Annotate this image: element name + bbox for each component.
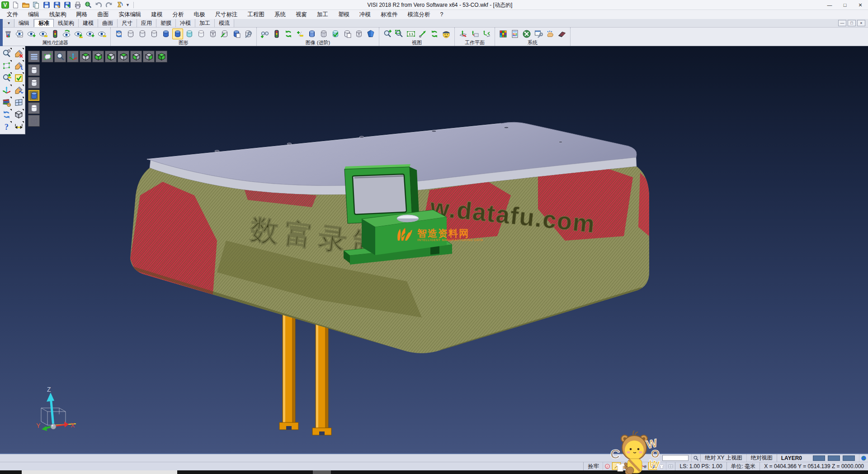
advanced-refresh-button[interactable] — [283, 28, 294, 39]
status-view-absolute[interactable]: 绝对视图 — [746, 454, 777, 462]
sketch-curve-button[interactable] — [13, 84, 24, 96]
shade-quality-button[interactable] — [365, 28, 376, 39]
show-all-button[interactable] — [85, 28, 96, 39]
mesh-options-button[interactable] — [557, 28, 567, 39]
menu-item[interactable]: 建模 — [146, 10, 168, 19]
visibility-manager-button[interactable] — [50, 28, 61, 39]
attributes-page-button[interactable] — [14, 28, 25, 39]
help-button[interactable]: ? — [0, 121, 12, 133]
view-appearance-button[interactable] — [441, 28, 452, 39]
tab[interactable]: 模流 — [215, 19, 234, 27]
view-list-button[interactable] — [28, 51, 40, 62]
taskbar-window-segment[interactable] — [22, 470, 177, 474]
menu-item[interactable]: 文件 — [2, 10, 23, 19]
view-bottom-button[interactable] — [92, 51, 104, 62]
maximize-button[interactable]: □ — [837, 0, 853, 10]
open-file-button[interactable] — [21, 0, 30, 9]
snap-options-button[interactable] — [545, 28, 556, 39]
copy-graphics-button[interactable] — [231, 28, 242, 39]
zoom-dynamic-button[interactable] — [0, 47, 12, 59]
workplane-align-button[interactable] — [481, 28, 492, 39]
window-layout-button[interactable] — [13, 96, 24, 108]
confirm-selection-button[interactable] — [13, 72, 24, 84]
view-front-button[interactable] — [105, 51, 117, 62]
mdi-minimize-button[interactable]: — — [838, 20, 846, 26]
save-file-button[interactable] — [42, 0, 51, 9]
color-palette-button[interactable] — [498, 28, 509, 39]
convert-button[interactable] — [115, 0, 124, 9]
zoom-window-button[interactable] — [394, 28, 405, 39]
menu-item[interactable]: 冲模 — [354, 10, 376, 19]
menu-item[interactable]: 视窗 — [291, 10, 312, 19]
tab[interactable]: 冲模 — [176, 19, 195, 27]
print-button[interactable] — [73, 0, 82, 9]
section-display-button[interactable] — [307, 28, 317, 39]
view-fit-button[interactable] — [42, 51, 53, 62]
menu-item[interactable]: 标准件 — [376, 10, 403, 19]
flat-display-button[interactable] — [196, 28, 207, 39]
tab[interactable]: 曲面 — [98, 19, 118, 27]
advanced-show-button[interactable] — [259, 28, 270, 39]
tab[interactable]: 建模 — [79, 19, 98, 27]
zoom-scale-1-1-button[interactable]: 1:1 — [406, 28, 416, 39]
mdi-close-button[interactable]: × — [857, 20, 865, 26]
view-back-button[interactable] — [118, 51, 129, 62]
workplane-create-button[interactable] — [469, 28, 480, 39]
window-options-button[interactable] — [533, 28, 544, 39]
display-shaded-button[interactable] — [28, 90, 40, 101]
view-left-button[interactable] — [130, 51, 142, 62]
modify-attributes-button[interactable] — [3, 28, 14, 39]
tab[interactable]: 编辑 — [14, 19, 34, 27]
menu-item[interactable]: ? — [435, 11, 448, 18]
menu-item[interactable]: 线架构 — [44, 10, 71, 19]
tab-dropdown-button[interactable]: ▼ — [4, 19, 14, 27]
hide-all-button[interactable] — [97, 28, 108, 39]
layer-palette-button[interactable] — [0, 96, 12, 108]
advanced-manager-button[interactable] — [271, 28, 282, 39]
display-mesh-button[interactable] — [28, 115, 40, 127]
menu-item[interactable]: 网格 — [71, 10, 93, 19]
tab[interactable]: 塑膜 — [156, 19, 176, 27]
wire-image-button[interactable] — [354, 28, 364, 39]
view-zoom-button[interactable] — [54, 51, 66, 62]
measure-distance-button[interactable] — [13, 121, 24, 133]
show-entities-button[interactable] — [26, 28, 37, 39]
menu-item[interactable]: 模流分析 — [403, 10, 435, 19]
hide-entities-button[interactable] — [38, 28, 49, 39]
copy-image-button[interactable] — [342, 28, 353, 39]
refresh-visibility-button[interactable] — [61, 28, 72, 39]
transparent-display-button[interactable] — [184, 28, 195, 39]
menu-item[interactable]: 塑模 — [333, 10, 354, 19]
menu-item[interactable]: 电极 — [189, 10, 210, 19]
solid-preview-button[interactable] — [13, 109, 24, 120]
display-hidden-button[interactable] — [28, 77, 40, 89]
shaded-display-button[interactable] — [160, 28, 171, 39]
slice-display-button[interactable] — [318, 28, 329, 39]
minimize-button[interactable]: — — [822, 0, 837, 10]
regen-graphics-button[interactable] — [113, 28, 124, 39]
menu-item[interactable]: 加工 — [312, 10, 333, 19]
view-orientation-button[interactable] — [0, 84, 12, 96]
status-units[interactable]: 单位: 毫米 — [726, 462, 760, 470]
advanced-toggle-button[interactable] — [295, 28, 306, 39]
shaded-edges-display-button[interactable] — [172, 28, 183, 39]
toggle-visibility-button[interactable] — [73, 28, 84, 39]
toolbar-options-button[interactable]: ▼ — [124, 3, 132, 7]
refresh-view-button[interactable] — [429, 28, 440, 39]
status-lock-toggle[interactable]: 拴牢 — [583, 462, 603, 470]
tab[interactable]: 加工 — [195, 19, 215, 27]
view-top-button[interactable] — [80, 51, 91, 62]
mesh-display-button[interactable] — [208, 28, 218, 39]
wireframe-display-button[interactable] — [125, 28, 136, 39]
view-axonometric-button[interactable] — [67, 51, 79, 62]
preview-zoom-button[interactable] — [84, 0, 93, 9]
network-status-button[interactable] — [859, 454, 868, 462]
hidden-line-display-button[interactable] — [137, 28, 148, 39]
viewport-3d[interactable]: 数富录制 w.datafu.com — [0, 46, 868, 453]
sketch-spline-button[interactable] — [13, 60, 24, 71]
display-wireframe-button[interactable] — [28, 64, 40, 76]
validate-display-button[interactable] — [330, 28, 341, 39]
dashed-display-button[interactable] — [149, 28, 160, 39]
display-flat-button[interactable] — [28, 102, 40, 114]
menu-item[interactable]: 系统 — [269, 10, 291, 19]
